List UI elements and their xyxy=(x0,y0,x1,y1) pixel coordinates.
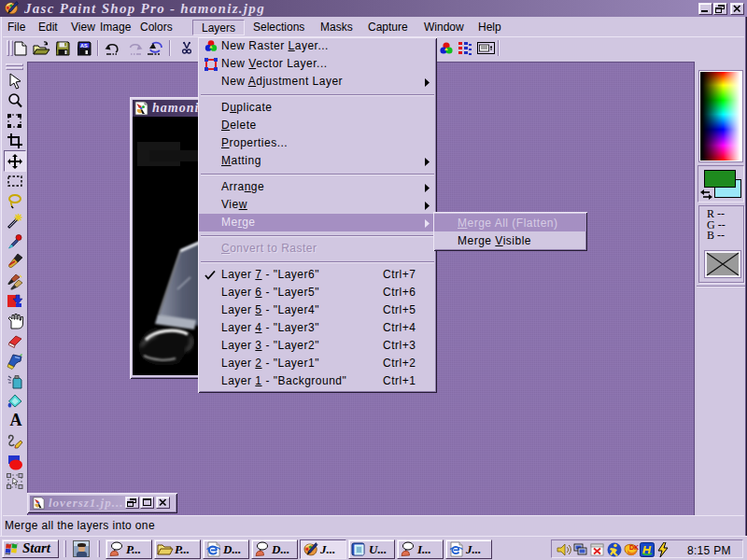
svg-text:DK: DK xyxy=(629,544,639,551)
svg-text:AS: AS xyxy=(80,43,88,49)
